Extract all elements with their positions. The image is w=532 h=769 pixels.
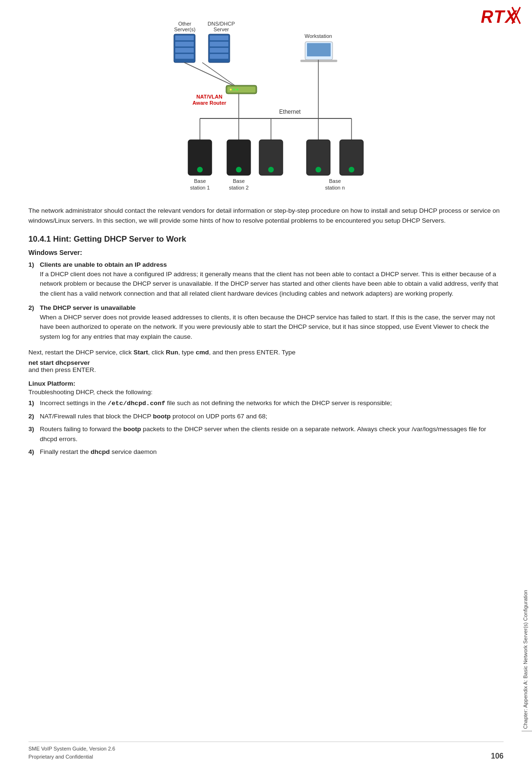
item-body: Routers failing to forward the bootp pac…	[40, 425, 504, 444]
linux-subtitle: Troubleshooting DHCP, check the followin…	[28, 389, 504, 396]
svg-text:station 2: station 2	[229, 185, 249, 190]
svg-text:Ethernet: Ethernet	[279, 109, 301, 115]
item-body: When a DHCP server does not provide leas…	[40, 314, 495, 340]
item-body: Incorrect settings in the /etc/dhcpd.con…	[40, 398, 392, 409]
svg-text:NAT/VLAN: NAT/VLAN	[196, 94, 222, 100]
item-number: 4)	[28, 447, 37, 457]
svg-rect-14	[210, 42, 228, 46]
footer-line2: Proprietary and Confidential	[28, 753, 115, 761]
svg-text:Base: Base	[233, 178, 244, 184]
item-title: The DHCP server is unavailable	[40, 304, 135, 311]
svg-point-42	[197, 167, 203, 172]
svg-point-27	[230, 89, 232, 90]
windows-server-title: Windows Server:	[28, 249, 504, 256]
svg-rect-19	[307, 43, 331, 56]
item-body: Finally restart the dhcpd service daemon	[40, 447, 157, 457]
network-diagram: Other Server(s) DNS/DHCP Server Workstat…	[0, 5, 532, 201]
svg-text:station n: station n	[325, 185, 345, 190]
item-title: Clients are unable to obtain an IP addre…	[40, 261, 167, 268]
svg-text:Base: Base	[329, 178, 341, 184]
list-item: 1) Clients are unable to obtain an IP ad…	[28, 260, 504, 299]
rtx-logo: RTX	[480, 5, 523, 27]
windows-list: 1) Clients are unable to obtain an IP ad…	[28, 260, 504, 342]
svg-text:Workstation: Workstation	[305, 33, 332, 39]
linux-list: 1) Incorrect settings in the /etc/dhcpd.…	[28, 398, 504, 457]
svg-rect-11	[175, 54, 194, 59]
svg-line-22	[184, 63, 238, 88]
item-number: 2)	[28, 412, 37, 422]
chapter-label: Chapter: Appendix A: Basic Network Serve…	[522, 588, 532, 731]
footer-line1: SME VoIP System Guide, Version 2.6	[28, 745, 115, 753]
svg-point-50	[349, 167, 354, 172]
svg-point-29	[236, 89, 238, 90]
item-number: 1)	[28, 398, 37, 408]
svg-text:station 1: station 1	[190, 185, 210, 190]
item-number: 1)	[28, 260, 37, 270]
item-content: Clients are unable to obtain an IP addre…	[40, 260, 504, 299]
svg-point-46	[268, 167, 274, 172]
footer-left: SME VoIP System Guide, Version 2.6 Propr…	[28, 745, 115, 760]
svg-rect-16	[210, 54, 228, 59]
svg-rect-9	[175, 42, 194, 46]
main-content: The network administrator should contact…	[0, 201, 532, 470]
next-paragraph: Next, restart the DHCP service, click St…	[28, 347, 504, 358]
list-item: 2) NAT/Firewall rules that block the DHC…	[28, 412, 504, 422]
item-body: NAT/Firewall rules that block the DHCP b…	[40, 412, 267, 422]
intro-paragraph: The network administrator should contact…	[28, 206, 504, 226]
list-item: 1) Incorrect settings in the /etc/dhcpd.…	[28, 398, 504, 409]
svg-rect-20	[300, 60, 337, 62]
svg-point-28	[233, 89, 235, 90]
item-number: 2)	[28, 303, 37, 313]
item-body: If a DHCP client does not have a configu…	[40, 271, 498, 297]
svg-line-21	[202, 63, 238, 88]
item-number: 3)	[28, 425, 37, 434]
diagram-svg: Other Server(s) DNS/DHCP Server Workstat…	[153, 19, 380, 197]
svg-text:Server: Server	[213, 27, 229, 32]
svg-text:Server(s): Server(s)	[174, 27, 195, 32]
svg-rect-8	[175, 36, 194, 40]
item-content: The DHCP server is unavailable When a DH…	[40, 303, 504, 342]
svg-text:Other: Other	[178, 21, 191, 27]
linux-platform-title: Linux Platform:	[28, 380, 504, 387]
list-item: 2) The DHCP server is unavailable When a…	[28, 303, 504, 342]
svg-point-44	[236, 167, 242, 172]
list-item: 3) Routers failing to forward the bootp …	[28, 425, 504, 444]
svg-rect-13	[210, 36, 228, 40]
net-start-command: net start dhcpserver	[28, 359, 504, 366]
and-then-text: and then press ENTER.	[28, 366, 504, 373]
page-number: 106	[491, 752, 504, 760]
svg-rect-10	[175, 48, 194, 53]
svg-rect-15	[210, 48, 228, 53]
svg-point-48	[316, 167, 321, 172]
section-title: 10.4.1 Hint: Getting DHCP Server to Work	[28, 235, 504, 244]
page-footer: SME VoIP System Guide, Version 2.6 Propr…	[28, 742, 504, 760]
svg-text:DNS/DHCP: DNS/DHCP	[207, 21, 234, 27]
svg-text:Base: Base	[194, 178, 206, 184]
svg-text:Aware Router: Aware Router	[192, 100, 226, 106]
list-item: 4) Finally restart the dhcpd service dae…	[28, 447, 504, 457]
